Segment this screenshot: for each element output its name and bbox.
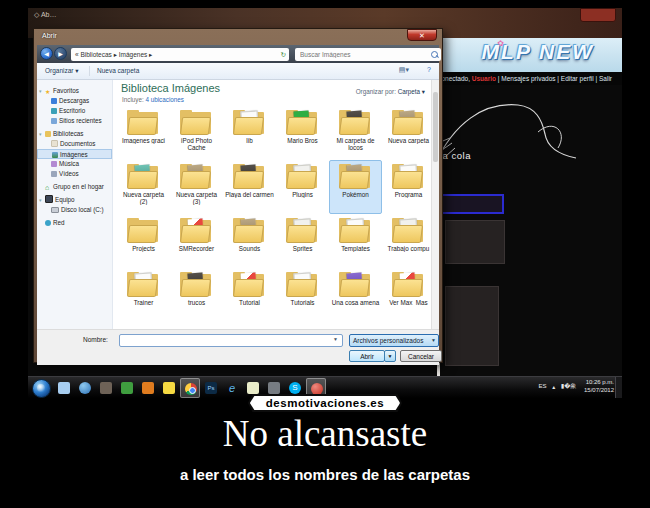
folder-item-lib[interactable]: lib — [223, 106, 276, 160]
sidebar-group-favoritos[interactable]: ▾Favoritos — [37, 86, 112, 96]
folder-item-nueva-carpeta[interactable]: Nueva carpeta — [382, 106, 435, 160]
folder-item-nueva-carpeta-2[interactable]: Nueva carpeta (2) — [117, 160, 170, 214]
sidebar-group-bibliotecas[interactable]: ▾Bibliotecas — [37, 129, 112, 139]
sidebar-group-equipo[interactable]: ▾Equipo — [37, 195, 112, 205]
folder-item-tutorial[interactable]: Tutorial — [223, 268, 276, 322]
new-folder-button[interactable]: Nueva carpeta — [97, 67, 139, 74]
taskbar-messenger-icon[interactable] — [75, 378, 95, 398]
cat-line-drawing — [426, 88, 622, 178]
folder-name: Imagenes graci — [118, 137, 169, 144]
music-icon — [51, 161, 57, 167]
sidebar-item-documentos[interactable]: Documentos — [37, 139, 112, 149]
open-split-arrow[interactable]: ▼ — [384, 350, 396, 362]
nav-pane: ▾FavoritosDescargasEscritorioSitios reci… — [37, 80, 113, 329]
taskbar-vlc-icon[interactable] — [138, 378, 158, 398]
address-bar: ◀ ▶ « Bibliotecas ▸ Imágenes ▸ ↻ — [37, 45, 439, 63]
chevron-down-icon[interactable]: ▼ — [330, 336, 341, 345]
sidebar-item-escritorio[interactable]: Escritorio — [37, 106, 112, 116]
scrollbar[interactable] — [431, 80, 439, 329]
sidebar-item-ima-genes[interactable]: Imágenes — [37, 149, 112, 159]
nav-links[interactable]: | Mensajes privados | Editar perfil | Sa… — [496, 75, 612, 82]
folder-item-nueva-carpeta-3[interactable]: Nueva carpeta (3) — [170, 160, 223, 214]
tray-lang-indicator[interactable]: ES — [538, 383, 546, 389]
back-button[interactable]: ◀ — [40, 47, 53, 60]
pictures-icon — [52, 152, 58, 158]
dialog-titlebar[interactable]: Abrir ✕ — [37, 29, 439, 45]
folder-icon — [126, 218, 162, 244]
search-input[interactable] — [298, 49, 430, 61]
folder-item-imagenes-graci[interactable]: Imagenes graci — [117, 106, 170, 160]
folder-item-una-cosa-amena[interactable]: Una cosa amena — [329, 268, 382, 322]
folder-item-templates[interactable]: Templates — [329, 214, 382, 268]
system-tray[interactable]: ES ▴ ▮�象 10:26 p.m. 15/07/2012 — [534, 378, 614, 398]
folder-item-ver-max-mas[interactable]: Ver Max_Mas — [382, 268, 435, 322]
expander-icon[interactable]: ▾ — [39, 195, 42, 205]
folder-item-playa-del-carmen[interactable]: Playa del carmen — [223, 160, 276, 214]
filename-combo[interactable]: ▼ — [119, 334, 343, 347]
arrange-by[interactable]: Organizar por: Carpeta ▾ — [356, 88, 425, 95]
folder-item-mi-carpeta-de-locos[interactable]: Mi carpeta de locos — [329, 106, 382, 160]
includes-label: Incluye: — [122, 96, 144, 103]
tray-expand-icon[interactable]: ▴ — [552, 383, 555, 390]
arrange-value[interactable]: Carpeta ▾ — [398, 88, 425, 95]
filetype-select[interactable]: Archivos personalizados ▼ — [349, 334, 439, 347]
breadcrumb[interactable]: « Bibliotecas ▸ Imágenes ▸ ↻ — [71, 48, 289, 61]
refresh-icon[interactable]: ↻ — [281, 48, 286, 61]
locations-link[interactable]: 4 ubicaciones — [145, 96, 184, 103]
taskbar-photoshop-icon[interactable]: Ps — [201, 378, 221, 398]
sidebar-item-disco-local-c[interactable]: Disco local (C:) — [37, 205, 112, 215]
sidebar-item-mu-sica[interactable]: Música — [37, 159, 112, 169]
search-icon — [431, 51, 438, 58]
sidebar-item-label: Música — [59, 160, 79, 167]
folder-icon — [338, 110, 374, 136]
taskbar-chrome-icon[interactable] — [180, 378, 200, 398]
taskbar-clock[interactable]: 10:26 p.m. 15/07/2012 — [584, 378, 614, 394]
folder-item-trainer[interactable]: Trainer — [117, 268, 170, 322]
folder-item-programa[interactable]: Programa — [382, 160, 435, 214]
folder-item-smrecorder[interactable]: SMRecorder — [170, 214, 223, 268]
tray-network-icon[interactable]: ▮�象 — [561, 382, 576, 391]
folder-item-poke-mon[interactable]: Pokémon — [329, 160, 382, 214]
folder-item-mario-bros[interactable]: Mario Bros — [276, 106, 329, 160]
folder-item-sounds[interactable]: Sounds — [223, 214, 276, 268]
cancel-button[interactable]: Cancelar — [400, 350, 442, 362]
views-icon[interactable]: ▤▾ — [399, 66, 409, 74]
taskbar-sticky-notes-icon[interactable] — [159, 378, 179, 398]
start-button[interactable] — [32, 379, 51, 398]
filename-input[interactable] — [122, 336, 331, 347]
sidebar-group-grupo-en-el-hogar[interactable]: Grupo en el hogar — [37, 182, 112, 192]
sidebar-item-sitios-recientes[interactable]: Sitios recientes — [37, 116, 112, 126]
taskbar-internet-explorer-icon[interactable]: e — [222, 378, 242, 398]
taskbar-gamemaker-icon[interactable] — [117, 378, 137, 398]
folder-icon — [232, 110, 268, 136]
organize-menu[interactable]: Organizar ▾ — [45, 67, 79, 75]
show-desktop-button[interactable] — [615, 377, 622, 398]
expander-icon[interactable]: ▾ — [39, 129, 42, 139]
folder-item-trucos[interactable]: trucos — [170, 268, 223, 322]
sidebar-group-red[interactable]: Red — [37, 218, 112, 228]
expander-icon[interactable]: ▾ — [39, 86, 42, 96]
filename-label: Nombre: — [83, 336, 108, 343]
folder-item-trabajo-compu[interactable]: Trabajo compu — [382, 214, 435, 268]
browser-close-button[interactable] — [580, 8, 616, 22]
folder-item-ipod-photo-cache[interactable]: iPod Photo Cache — [170, 106, 223, 160]
taskbar-wordpad-icon[interactable] — [54, 378, 74, 398]
taskbar-gimp-icon[interactable] — [96, 378, 116, 398]
sidebar-item-descargas[interactable]: Descargas — [37, 96, 112, 106]
folder-item-projects[interactable]: Projects — [117, 214, 170, 268]
sidebar-item-vi-deos[interactable]: Vídeos — [37, 169, 112, 179]
focused-text-input[interactable] — [440, 194, 504, 214]
form-box[interactable] — [445, 220, 505, 264]
open-button[interactable]: Abrir — [349, 350, 385, 362]
folder-item-sprites[interactable]: Sprites — [276, 214, 329, 268]
close-icon[interactable]: ✕ — [407, 29, 437, 41]
folder-item-plugins[interactable]: Plugins — [276, 160, 329, 214]
scrollbar-thumb[interactable] — [433, 92, 438, 162]
help-icon[interactable]: ? — [427, 66, 431, 73]
nav-username[interactable]: Usuario — [472, 75, 496, 82]
form-box[interactable] — [445, 286, 499, 366]
folder-item-tutorials[interactable]: Tutorials — [276, 268, 329, 322]
forward-button[interactable]: ▶ — [54, 47, 67, 60]
search-box[interactable] — [295, 48, 441, 61]
sidebar-group-label: Bibliotecas — [53, 130, 83, 137]
